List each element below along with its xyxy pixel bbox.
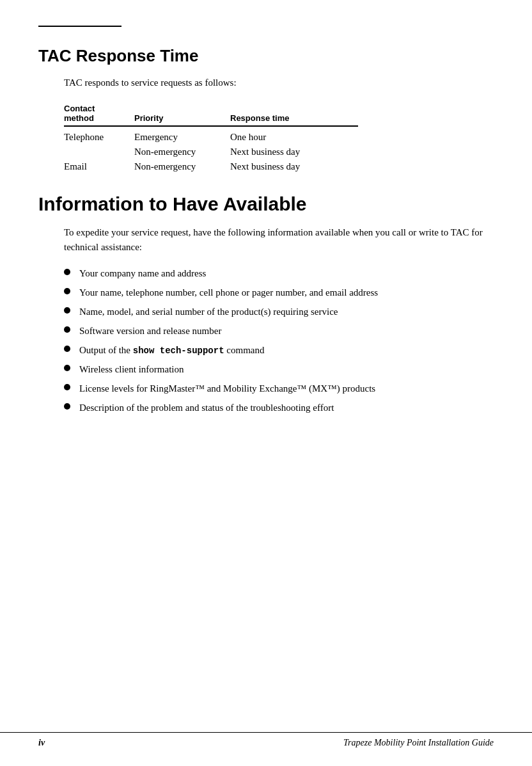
bullet-dot-icon [64, 269, 70, 275]
bullet-dot-icon [64, 288, 70, 294]
list-item: Output of the show tech-support command [64, 342, 494, 358]
bullet-dot-icon [64, 365, 70, 371]
cell-contact [64, 145, 134, 159]
bullet-dot-icon [64, 326, 70, 333]
cell-response: One hour [230, 126, 358, 145]
list-item-text: Name, model, and serial number of the pr… [79, 304, 338, 319]
list-item-text: License levels for RingMaster™ and Mobil… [79, 381, 375, 396]
section2-title: Information to Have Available [38, 193, 494, 215]
cell-contact: Email [64, 159, 134, 174]
section1-title: TAC Response Time [38, 46, 494, 66]
list-item-text: Your company name and address [79, 266, 206, 281]
bold-command: show tech-support [133, 346, 224, 356]
list-item: Software version and release number [64, 323, 494, 339]
cell-priority: Non-emergency [134, 159, 230, 174]
cell-priority: Emergency [134, 126, 230, 145]
section1-intro: TAC responds to service requests as foll… [64, 77, 494, 88]
bullet-dot-icon [64, 307, 70, 314]
table-header-row: Contact method Priority Response time [64, 101, 358, 126]
list-item-text: Software version and release number [79, 323, 221, 339]
list-item-text: Your name, telephone number, cell phone … [79, 285, 378, 300]
footer-page-number: iv [38, 738, 45, 748]
list-item: Your name, telephone number, cell phone … [64, 285, 494, 300]
section2: Information to Have Available To expedit… [38, 193, 494, 415]
cell-response: Next business day [230, 145, 358, 159]
list-item: Name, model, and serial number of the pr… [64, 304, 494, 319]
list-item: Wireless client information [64, 362, 494, 377]
cell-contact: Telephone [64, 126, 134, 145]
footer-title: Trapeze Mobility Point Installation Guid… [343, 738, 494, 748]
top-decorative-line [38, 26, 121, 27]
header-priority: Priority [134, 101, 230, 126]
tac-table: Contact method Priority Response time Te… [64, 101, 358, 174]
header-response: Response time [230, 101, 358, 126]
table-row: TelephoneEmergencyOne hour [64, 126, 358, 145]
list-item: Your company name and address [64, 266, 494, 281]
list-item: License levels for RingMaster™ and Mobil… [64, 381, 494, 396]
cell-response: Next business day [230, 159, 358, 174]
cell-priority: Non-emergency [134, 145, 230, 159]
bullet-dot-icon [64, 346, 70, 352]
table-row: Non-emergencyNext business day [64, 145, 358, 159]
page-footer: iv Trapeze Mobility Point Installation G… [0, 732, 532, 753]
bullet-dot-icon [64, 403, 70, 410]
list-item-text: Description of the problem and status of… [79, 400, 334, 415]
list-item-text: Output of the show tech-support command [79, 342, 264, 358]
list-item-text: Wireless client information [79, 362, 184, 377]
list-item: Description of the problem and status of… [64, 400, 494, 415]
bullet-list: Your company name and addressYour name, … [64, 266, 494, 415]
header-contact: Contact method [64, 101, 134, 126]
table-row: EmailNon-emergencyNext business day [64, 159, 358, 174]
section2-intro: To expedite your service request, have t… [64, 225, 494, 254]
bullet-dot-icon [64, 384, 70, 390]
